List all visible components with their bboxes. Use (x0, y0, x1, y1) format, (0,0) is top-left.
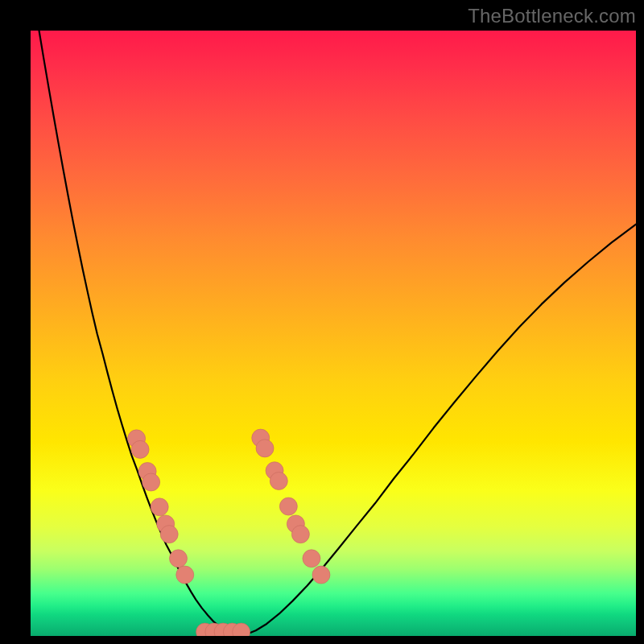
data-marker (291, 526, 309, 543)
watermark-text: TheBottleneck.com (468, 5, 636, 27)
data-marker (256, 440, 274, 457)
outer-frame: TheBottleneck.com (0, 0, 644, 644)
data-marker (312, 566, 330, 584)
data-marker (270, 472, 287, 489)
data-marker (176, 566, 194, 584)
chart-svg (31, 31, 636, 636)
data-marker (303, 550, 320, 568)
data-marker (169, 550, 187, 568)
plot-area (31, 31, 636, 636)
data-marker (142, 473, 160, 491)
data-marker (151, 498, 168, 516)
data-marker (131, 440, 149, 458)
data-marker (160, 526, 178, 543)
curve-line (39, 31, 636, 634)
data-marker (279, 497, 297, 515)
